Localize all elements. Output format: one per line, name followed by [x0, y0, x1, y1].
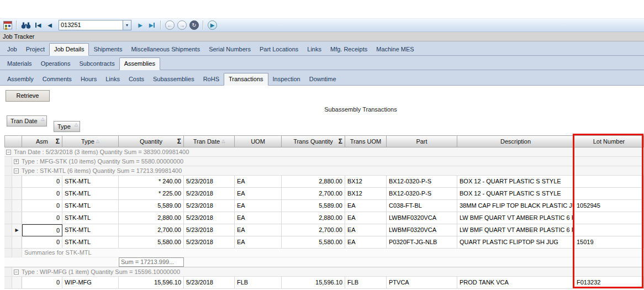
column-header-trans_quantity[interactable]: Trans QuantityΣ: [282, 135, 345, 147]
forward-button[interactable]: →: [177, 20, 187, 30]
column-header-asm[interactable]: AsmΣ: [22, 135, 62, 147]
cell-asm[interactable]: 0: [22, 188, 62, 200]
cell-type[interactable]: STK-MTL: [62, 236, 119, 249]
tab-rohs[interactable]: RoHS: [199, 73, 224, 85]
column-header-uom[interactable]: UOM: [235, 135, 282, 147]
column-header-lot[interactable]: Lot Number: [574, 135, 644, 147]
cell-uom[interactable]: EA: [235, 236, 282, 249]
cell-tran_date[interactable]: 5/23/2018: [184, 212, 235, 224]
column-header-type[interactable]: Type△: [62, 135, 119, 147]
tab-job[interactable]: Job: [3, 44, 22, 55]
cell-trans_quantity[interactable]: 2,700.00: [282, 188, 345, 200]
next-record-button[interactable]: ▶: [135, 20, 145, 31]
tab-serial-numbers[interactable]: Serial Numbers: [204, 44, 255, 55]
cell-part[interactable]: BX12-0320-P-S: [387, 188, 457, 200]
cell-description[interactable]: LW BMF QUART VT AMBER PLASTIC 6 PK: [457, 212, 574, 224]
row-selector[interactable]: [12, 176, 22, 188]
tab-project[interactable]: Project: [22, 44, 49, 55]
tab-hours[interactable]: Hours: [76, 73, 101, 85]
refresh-button[interactable]: ↻: [189, 20, 199, 30]
tab-part-locations[interactable]: Part Locations: [255, 44, 303, 55]
cell-type[interactable]: STK-MTL: [62, 200, 119, 212]
cell-quantity[interactable]: 5,589.00: [119, 200, 184, 212]
row-selector[interactable]: [12, 277, 22, 289]
cell-trans_quantity[interactable]: 15,596.10: [282, 277, 345, 289]
cell-asm[interactable]: 0: [22, 224, 62, 236]
row-selector[interactable]: [12, 200, 22, 212]
cell-type[interactable]: STK-MTL: [62, 188, 119, 200]
last-record-button[interactable]: ▶: [147, 20, 157, 31]
tab-subcontracts[interactable]: Subcontracts: [75, 58, 119, 70]
cell-tran_date[interactable]: 5/23/2018: [184, 236, 235, 249]
cell-description[interactable]: BOX 12 - QUART PLASTIC S STYLE: [457, 176, 574, 188]
record-value[interactable]: 013251: [59, 20, 123, 30]
column-header-description[interactable]: Description: [457, 135, 574, 147]
first-record-button[interactable]: ◀: [33, 20, 43, 31]
cell-quantity[interactable]: 5,580.00: [119, 236, 184, 249]
cell-type[interactable]: STK-MTL: [62, 224, 119, 236]
cell-quantity[interactable]: 2,880.00: [119, 212, 184, 224]
cell-quantity[interactable]: * 240.00: [119, 176, 184, 188]
cell-uom[interactable]: EA: [235, 212, 282, 224]
tab-job-details[interactable]: Job Details: [49, 43, 89, 56]
cell-uom[interactable]: EA: [235, 224, 282, 236]
row-selector[interactable]: [12, 212, 22, 224]
cell-part[interactable]: BX12-0320-P-S: [387, 176, 457, 188]
tab-assembly[interactable]: Assembly: [3, 73, 38, 85]
cell-trans_uom[interactable]: BX12: [345, 188, 387, 200]
cell-part[interactable]: LWBMF0320VCA: [387, 212, 457, 224]
record-combobox[interactable]: 013251 ▼: [59, 20, 131, 30]
cell-asm[interactable]: 0: [22, 176, 62, 188]
cell-asm[interactable]: 0: [22, 200, 62, 212]
cell-part[interactable]: P0320FT-JG-NLB: [387, 236, 457, 249]
cell-lot[interactable]: [574, 176, 644, 188]
sum-icon[interactable]: Σ: [56, 138, 60, 145]
collapse-icon[interactable]: −: [14, 168, 19, 173]
tab-miscellaneous-shipments[interactable]: Miscellaneous Shipments: [126, 44, 204, 55]
cell-quantity[interactable]: * 225.00: [119, 188, 184, 200]
cell-description[interactable]: 38MM CAP FLIP TOP BLACK PLASTIC JUG: [457, 200, 574, 212]
cell-uom[interactable]: EA: [235, 200, 282, 212]
cell-part[interactable]: C038-FT-BL: [387, 200, 457, 212]
cell-uom[interactable]: FLB: [235, 277, 282, 289]
cell-tran_date[interactable]: 5/23/2018: [184, 176, 235, 188]
expand-icon[interactable]: +: [14, 159, 19, 164]
column-header-quantity[interactable]: QuantityΣ: [119, 135, 184, 147]
cell-asm[interactable]: 0: [22, 277, 62, 289]
cell-quantity[interactable]: 15,596.10: [119, 277, 184, 289]
cell-trans_quantity[interactable]: 2,700.00: [282, 224, 345, 236]
cell-description[interactable]: QUART PLASTIC FLIPTOP SH JUG: [457, 236, 574, 249]
cell-lot[interactable]: [574, 188, 644, 200]
tab-subassemblies[interactable]: Subassemblies: [149, 73, 199, 85]
column-header-trans_uom[interactable]: Trans UOM: [345, 135, 387, 147]
find-button[interactable]: [20, 20, 31, 31]
cell-asm[interactable]: 0: [22, 236, 62, 249]
cell-quantity[interactable]: 2,700.00: [119, 224, 184, 236]
cell-trans_uom[interactable]: FLB: [345, 277, 387, 289]
tab-mfg-receipts[interactable]: Mfg. Receipts: [326, 44, 372, 55]
cell-tran_date[interactable]: 5/23/2018: [184, 200, 235, 212]
tab-machine-mes[interactable]: Machine MES: [372, 44, 418, 55]
back-button[interactable]: ←: [165, 20, 175, 30]
cell-lot[interactable]: 15019: [574, 236, 644, 249]
cell-description[interactable]: LW BMF QUART VT AMBER PLASTIC 6 PK: [457, 224, 574, 236]
column-header-tran_date[interactable]: Tran Date△: [184, 135, 235, 147]
cell-trans_uom[interactable]: EA: [345, 236, 387, 249]
cell-trans_quantity[interactable]: 2,880.00: [282, 212, 345, 224]
collapse-icon[interactable]: −: [6, 150, 11, 155]
cell-lot[interactable]: [574, 212, 644, 224]
row-selector[interactable]: ▶: [12, 224, 22, 236]
collapse-icon[interactable]: −: [14, 270, 19, 275]
tab-transactions[interactable]: Transactions: [224, 73, 268, 86]
tab-materials[interactable]: Materials: [3, 58, 36, 70]
tab-shipments[interactable]: Shipments: [89, 44, 126, 55]
tab-operations[interactable]: Operations: [36, 58, 75, 70]
cell-lot[interactable]: 1052945: [574, 200, 644, 212]
cell-type[interactable]: WIP-MFG: [62, 277, 119, 289]
cell-description[interactable]: PROD TANK VCA: [457, 277, 574, 289]
tab-costs[interactable]: Costs: [124, 73, 149, 85]
sum-icon[interactable]: Σ: [177, 138, 181, 145]
cell-part[interactable]: LWBMF0320VCA: [387, 224, 457, 236]
sum-icon[interactable]: Σ: [339, 138, 342, 145]
tab-links[interactable]: Links: [303, 44, 326, 55]
